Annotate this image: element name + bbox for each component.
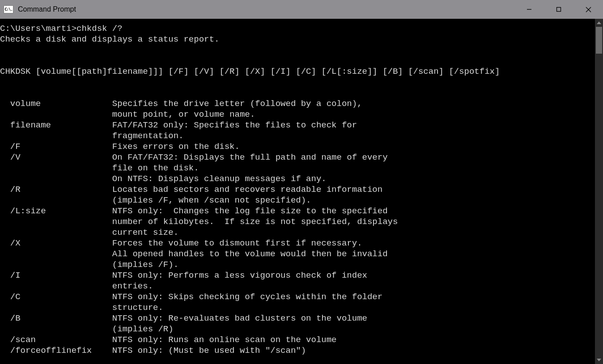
maximize-button[interactable]: [544, 0, 573, 19]
cmd-icon: C:\.: [4, 5, 13, 13]
svg-marker-5: [597, 359, 601, 361]
titlebar[interactable]: C:\. Command Prompt: [0, 0, 603, 19]
svg-marker-4: [597, 21, 601, 24]
window-title: Command Prompt: [18, 5, 514, 13]
terminal-output[interactable]: C:\Users\marti>chkdsk /? Checks a disk a…: [0, 19, 595, 364]
scroll-up-arrow-icon[interactable]: [595, 19, 603, 27]
svg-rect-1: [557, 8, 561, 12]
scroll-down-arrow-icon[interactable]: [595, 356, 603, 364]
terminal-area: C:\Users\marti>chkdsk /? Checks a disk a…: [0, 19, 603, 364]
close-button[interactable]: [573, 0, 603, 19]
scroll-thumb[interactable]: [596, 27, 602, 54]
window-controls: [514, 0, 603, 19]
minimize-button[interactable]: [514, 0, 544, 19]
scrollbar[interactable]: [595, 19, 603, 364]
